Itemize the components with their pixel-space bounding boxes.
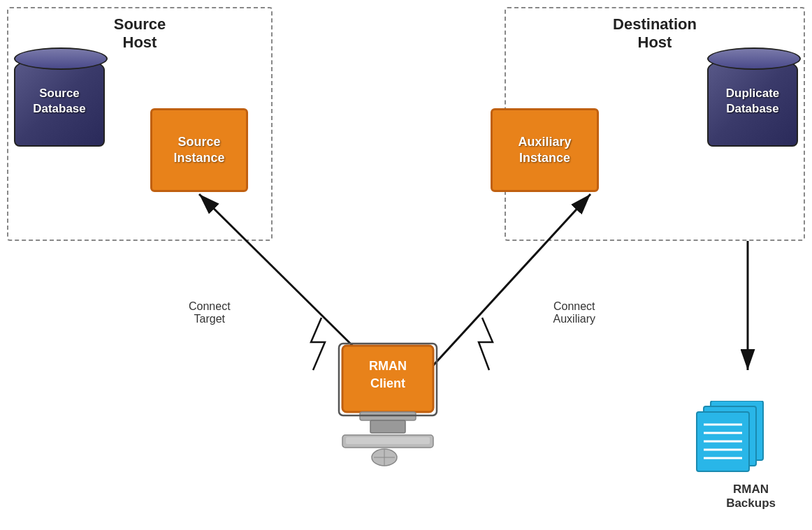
auxiliary-instance-label: Auxiliary Instance — [518, 134, 571, 167]
destination-host-label: Destination Host — [505, 15, 805, 52]
duplicate-database-body: Duplicate Database — [707, 56, 798, 147]
rman-backups-text: RMAN Backups — [726, 483, 776, 510]
svg-rect-11 — [346, 437, 430, 444]
source-host-label: Source Host — [7, 15, 273, 52]
source-database-label: Source Database — [33, 86, 86, 117]
auxiliary-instance-box: Auxiliary Instance — [491, 108, 599, 192]
svg-rect-8 — [370, 420, 405, 433]
svg-text:Client: Client — [370, 376, 405, 390]
computer-area: RMAN Client — [321, 342, 454, 485]
connect-auxiliary-label: Connect Auxiliary — [553, 300, 595, 325]
source-database-cylinder: Source Database — [14, 56, 105, 147]
computer-svg: RMAN Client — [321, 342, 454, 482]
source-instance-box: Source Instance — [150, 108, 248, 192]
source-instance-label: Source Instance — [173, 134, 224, 167]
duplicate-database-cylinder: Duplicate Database — [707, 56, 798, 147]
diagram-container: Source Host Destination Host Source — [0, 0, 812, 530]
rman-backups-icon — [693, 401, 784, 478]
svg-text:RMAN: RMAN — [369, 359, 407, 373]
backup-files-svg — [693, 401, 784, 478]
connect-target-label: Connect Target — [189, 300, 231, 325]
source-database-body: Source Database — [14, 56, 105, 147]
duplicate-database-label: Duplicate Database — [726, 86, 780, 117]
